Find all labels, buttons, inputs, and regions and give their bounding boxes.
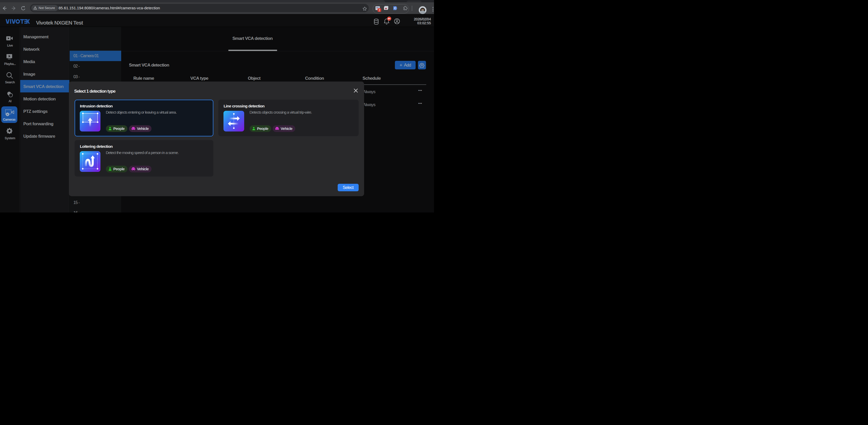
svg-text:F: F	[394, 7, 395, 9]
